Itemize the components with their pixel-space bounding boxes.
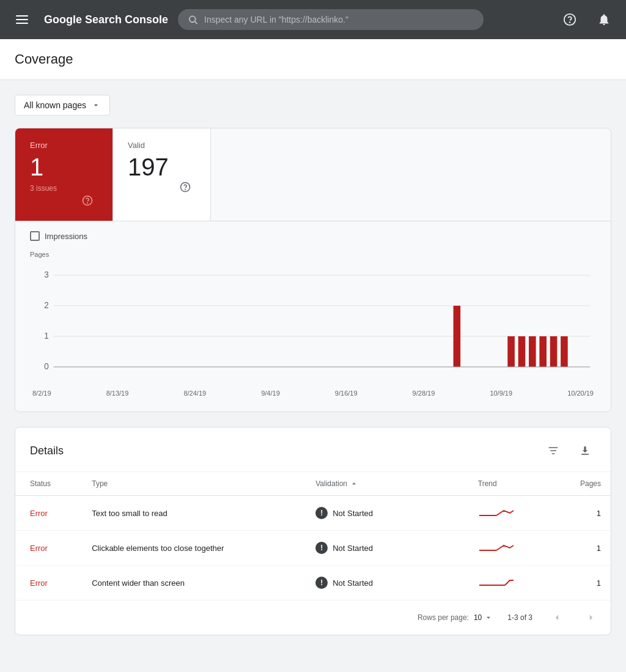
search-icon	[188, 14, 198, 25]
error-help-icon	[82, 195, 93, 206]
next-page-button[interactable]	[581, 608, 601, 627]
download-icon	[579, 445, 591, 457]
svg-text:0: 0	[44, 362, 49, 371]
chart-legend: Impressions	[30, 231, 596, 241]
summary-cards: Error 1 3 issues Valid 197	[15, 128, 611, 221]
svg-rect-0	[16, 15, 28, 17]
type-cell: Clickable elements too close together	[82, 531, 306, 566]
trend-cell	[478, 506, 542, 520]
col-type: Type	[82, 472, 306, 496]
page-title-bar: Coverage	[0, 39, 626, 80]
notification-button[interactable]	[592, 7, 616, 32]
valid-card-label: Valid	[128, 141, 196, 150]
validation-status: Not Started	[333, 578, 373, 588]
validation-status: Not Started	[333, 544, 373, 553]
details-header: Details	[15, 427, 611, 472]
pagination-range: 1-3 of 3	[507, 613, 532, 622]
error-card[interactable]: Error 1 3 issues	[15, 128, 113, 221]
table-row: Error Clickable elements too close toget…	[15, 531, 611, 566]
svg-point-3	[190, 16, 196, 22]
svg-rect-20	[507, 336, 515, 367]
filter-icon-button[interactable]	[542, 440, 564, 462]
validation-status: Not Started	[333, 509, 373, 518]
chart-x-labels: 8/2/19 8/13/19 8/24/19 9/4/19 9/16/19 9/…	[30, 390, 596, 397]
content-area: All known pages Error 1 3 issues Valid 1…	[0, 80, 626, 650]
svg-rect-19	[454, 306, 461, 367]
chevron-down-icon	[91, 100, 101, 110]
col-pages: Pages	[551, 472, 611, 496]
filter-dropdown[interactable]: All known pages	[15, 95, 110, 116]
chart-area: Impressions Pages 3 2 1 0	[15, 221, 611, 412]
svg-rect-2	[16, 23, 28, 24]
pages-cell: 1	[551, 496, 611, 531]
validation-icon: !	[315, 577, 328, 589]
download-button[interactable]	[574, 440, 596, 462]
error-card-value: 1	[30, 155, 98, 179]
validation-cell: ! Not Started	[315, 542, 458, 554]
page-title: Coverage	[15, 51, 611, 67]
svg-rect-24	[550, 336, 558, 367]
summary-chart-container: Error 1 3 issues Valid 197 Impressions	[15, 128, 611, 412]
rows-per-page-select[interactable]: 10	[474, 613, 493, 622]
chart-y-label: Pages	[30, 251, 596, 258]
svg-text:1: 1	[44, 331, 49, 341]
prev-page-button[interactable]	[547, 608, 567, 627]
impressions-label: Impressions	[45, 232, 87, 241]
menu-icon[interactable]	[10, 7, 34, 32]
table-row: Error Content wider than screen ! Not St…	[15, 566, 611, 600]
valid-card[interactable]: Valid 197	[113, 128, 211, 221]
valid-help-icon	[180, 182, 191, 193]
status-badge: Error	[30, 509, 48, 518]
filter-icon	[547, 445, 559, 457]
validation-icon: !	[315, 542, 328, 554]
filter-row: All known pages	[15, 95, 611, 116]
chart-svg: 3 2 1 0	[30, 263, 596, 385]
validation-cell: ! Not Started	[315, 507, 458, 519]
details-title: Details	[30, 445, 64, 457]
trend-cell	[478, 575, 542, 590]
chevron-right-icon	[586, 612, 597, 623]
svg-rect-21	[518, 336, 526, 367]
svg-point-8	[87, 202, 88, 203]
app-logo: Google Search Console	[44, 13, 168, 26]
col-status: Status	[15, 472, 82, 496]
trend-cell	[478, 541, 542, 555]
rows-dropdown-icon	[484, 613, 493, 622]
rows-per-page-label: Rows per page:	[418, 613, 469, 622]
status-badge: Error	[30, 544, 48, 553]
details-card: Details Status Type	[15, 427, 611, 635]
help-button[interactable]	[558, 7, 582, 32]
trend-sparkline	[478, 506, 515, 520]
chart-wrapper: Pages 3 2 1 0	[30, 251, 596, 397]
rows-per-page: Rows per page: 10	[418, 613, 493, 622]
valid-card-value: 197	[128, 155, 196, 179]
svg-point-10	[185, 189, 186, 190]
svg-rect-23	[539, 336, 547, 367]
svg-text:3: 3	[44, 270, 49, 279]
header: Google Search Console	[0, 0, 626, 39]
details-table: Status Type Validation Trend Pages	[15, 472, 611, 600]
type-cell: Content wider than screen	[82, 566, 306, 600]
svg-rect-25	[561, 336, 568, 367]
chevron-left-icon	[551, 612, 562, 623]
search-input[interactable]	[204, 15, 474, 24]
error-card-sub: 3 issues	[30, 184, 98, 193]
svg-text:2: 2	[44, 301, 49, 310]
table-row: Error Text too small to read ! Not Start…	[15, 496, 611, 531]
filter-label: All known pages	[24, 100, 86, 110]
pages-cell: 1	[551, 566, 611, 600]
pages-cell: 1	[551, 531, 611, 566]
validation-cell: ! Not Started	[315, 577, 458, 589]
header-icons	[558, 7, 616, 32]
svg-rect-22	[529, 336, 536, 367]
search-bar[interactable]	[178, 9, 484, 30]
table-footer: Rows per page: 10 1-3 of 3	[15, 600, 611, 635]
col-trend: Trend	[468, 472, 551, 496]
error-card-label: Error	[30, 141, 98, 150]
impressions-checkbox[interactable]	[30, 231, 40, 241]
status-badge: Error	[30, 578, 48, 588]
svg-point-6	[570, 22, 570, 23]
svg-line-4	[195, 21, 197, 24]
validation-icon: !	[315, 507, 328, 519]
col-validation[interactable]: Validation	[306, 472, 468, 496]
